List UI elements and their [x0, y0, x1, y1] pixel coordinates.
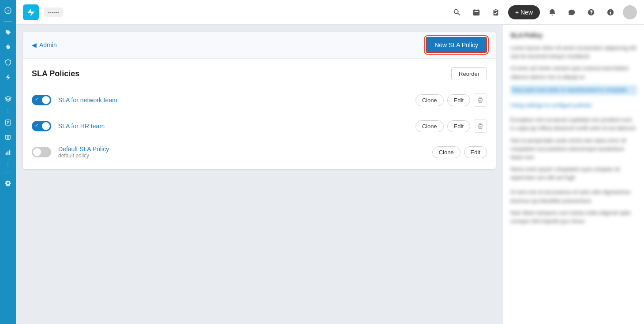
breadcrumb-arrow: ◀ [32, 41, 37, 48]
svg-rect-7 [7, 151, 9, 155]
policy-toggle-1[interactable]: ✓ [32, 95, 51, 105]
sla-card: ◀ Admin New SLA Policy SLA Policies Reor… [23, 32, 496, 169]
sidebar-item-help[interactable]: ? [2, 4, 14, 17]
avatar[interactable] [623, 5, 637, 19]
card-header: ◀ Admin New SLA Policy [23, 32, 496, 59]
policy-name-group-3: Default SLA Policy default policy [58, 145, 425, 159]
right-panel-text-7: Nam libero tempore cum soluta nobis elig… [510, 209, 637, 226]
divider-mid [4, 88, 12, 88]
sidebar-dots-2[interactable]: ⋮ [5, 161, 11, 168]
policy-toggle-2[interactable]: ✓ [32, 121, 51, 131]
divider-top [4, 21, 12, 22]
policy-actions-3: Clone Edit [432, 146, 487, 158]
sidebar-dots-1[interactable]: ⋮ [5, 108, 11, 114]
sidebar-item-bolt[interactable] [2, 71, 14, 83]
table-row: ✓ SLA for HR team Clone Edit [32, 113, 487, 139]
edit-button-1[interactable]: Edit [447, 94, 470, 106]
right-panel: SLA Policy Lorem ipsum dolor sit amet co… [503, 25, 644, 324]
right-panel-text-6: At vero eos et accusamus et iusto odio d… [510, 188, 637, 205]
policy-subtitle-3: default policy [58, 153, 425, 159]
clone-button-3[interactable]: Clone [432, 146, 461, 158]
sidebar-item-chart[interactable] [2, 146, 14, 159]
policy-toggle-3[interactable] [32, 147, 51, 157]
clone-button-1[interactable]: Clone [416, 94, 444, 106]
clone-button-2[interactable]: Clone [416, 120, 444, 132]
right-panel-block-1: Lorem ipsum dolor sit amet consectetur a… [510, 44, 637, 95]
policy-name-1[interactable]: SLA for network team [58, 97, 408, 104]
search-icon[interactable] [450, 5, 464, 19]
right-panel-text-4: Sed ut perspiciatis unde omnis iste natu… [510, 137, 637, 162]
right-panel-text-1: Lorem ipsum dolor sit amet consectetur a… [510, 44, 637, 61]
content-area: ◀ Admin New SLA Policy SLA Policies Reor… [16, 25, 644, 324]
svg-rect-6 [6, 153, 7, 155]
edit-button-3[interactable]: Edit [464, 146, 487, 158]
right-panel-text-2: Ut enim ad minim veniam quis nostrud exe… [510, 64, 637, 81]
policy-name-3[interactable]: Default SLA Policy [58, 145, 425, 153]
main-area: ------ + New [16, 0, 644, 324]
chat-icon[interactable] [565, 5, 579, 19]
right-panel-link-1: Using settings to configure policies [510, 101, 637, 110]
policy-name-group-2: SLA for HR team [58, 123, 408, 130]
right-panel-block-3: Excepteur sint occaecat cupidatat non pr… [510, 116, 637, 182]
delete-button-1[interactable] [474, 93, 487, 107]
right-panel-title: SLA Policy [510, 32, 637, 39]
right-panel-highlight-1: Duis aute irure dolor in reprehenderit i… [510, 85, 637, 95]
policy-actions-1: Clone Edit [416, 93, 487, 107]
breadcrumb-parent: Admin [39, 41, 57, 48]
svg-rect-8 [9, 150, 11, 155]
edit-button-2[interactable]: Edit [447, 120, 470, 132]
svg-text:?: ? [7, 9, 9, 13]
right-panel-text-5: Nemo enim ipsam voluptatem quia voluptas… [510, 165, 637, 182]
reorder-button[interactable]: Reorder [451, 67, 487, 80]
new-sla-policy-button[interactable]: New SLA Policy [426, 37, 487, 53]
info-icon[interactable] [603, 5, 618, 19]
policy-actions-2: Clone Edit [416, 119, 487, 133]
header-logo [23, 4, 39, 20]
help-icon[interactable] [584, 5, 598, 19]
header: ------ + New [16, 0, 644, 25]
sidebar-item-settings[interactable] [2, 177, 14, 189]
new-button[interactable]: + New [508, 5, 540, 19]
tasks-icon[interactable] [489, 5, 503, 19]
sidebar-item-tag[interactable] [2, 26, 14, 38]
sidebar-item-bug[interactable] [2, 41, 14, 53]
sla-section-title: SLA Policies [32, 69, 79, 78]
policy-name-2[interactable]: SLA for HR team [58, 123, 408, 130]
sidebar-item-shield[interactable] [2, 56, 14, 68]
main-content: ◀ Admin New SLA Policy SLA Policies Reor… [16, 25, 503, 324]
far-left-bar: ? ⋮ ⋮ [0, 0, 16, 324]
calendar-icon[interactable] [469, 5, 483, 19]
notifications-icon[interactable] [545, 5, 559, 19]
header-brand: ------ [44, 7, 63, 17]
table-row: Default SLA Policy default policy Clone … [32, 139, 487, 165]
sidebar-item-layers[interactable] [2, 93, 14, 105]
right-panel-text-3: Excepteur sint occaecat cupidatat non pr… [510, 116, 637, 133]
divider-bottom [4, 172, 12, 172]
sidebar-item-book[interactable] [2, 131, 14, 144]
policy-name-group-1: SLA for network team [58, 97, 408, 104]
table-row: ✓ SLA for network team Clone Edit [32, 87, 487, 113]
right-panel-block-4: At vero eos et accusamus et iusto odio d… [510, 188, 637, 226]
delete-button-2[interactable] [474, 119, 487, 133]
sla-section-header: SLA Policies Reorder [32, 67, 487, 80]
right-panel-block-2: Using settings to configure policies [510, 101, 637, 110]
sla-section: SLA Policies Reorder ✓ SLA for network [23, 59, 496, 169]
sidebar-item-report[interactable] [2, 116, 14, 129]
breadcrumb[interactable]: ◀ Admin [32, 41, 57, 48]
